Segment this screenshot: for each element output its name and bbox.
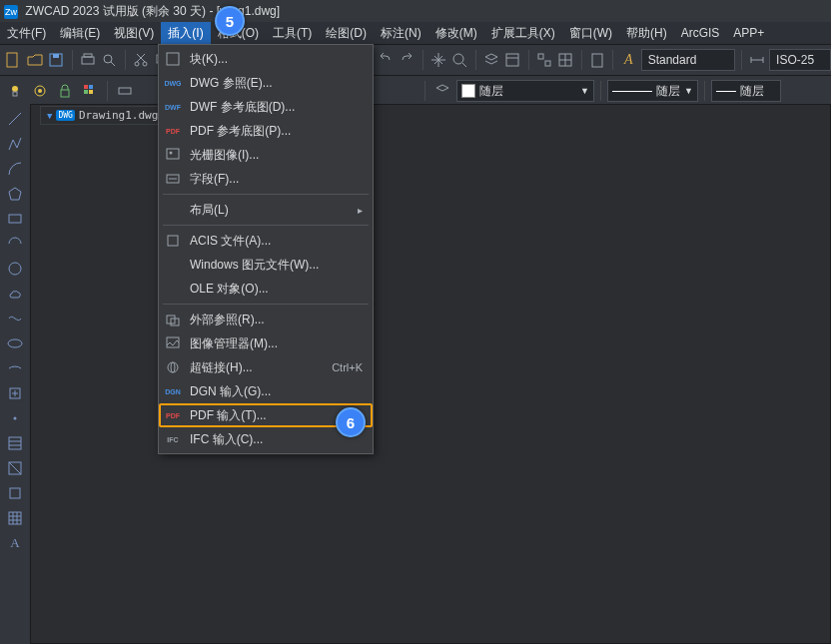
gradient-icon[interactable] bbox=[6, 459, 24, 477]
calculator-icon[interactable] bbox=[588, 49, 607, 71]
layer-color-icon[interactable] bbox=[79, 80, 101, 102]
menu-item-ole[interactable]: OLE 对象(O)... bbox=[159, 277, 373, 301]
svg-point-68 bbox=[171, 362, 175, 372]
region-icon[interactable] bbox=[6, 484, 24, 502]
linetype-label: 随层 bbox=[656, 83, 680, 100]
menu-window[interactable]: 窗口(W) bbox=[562, 22, 619, 44]
menu-item-label: DGN 输入(G)... bbox=[190, 383, 363, 400]
menu-item-block[interactable]: 块(K)... bbox=[159, 47, 373, 71]
linetype-dropdown[interactable]: 随层 ▼ bbox=[607, 80, 698, 102]
menu-item-imgmgr[interactable]: 图像管理器(M)... bbox=[159, 331, 373, 355]
workspace[interactable] bbox=[30, 104, 831, 644]
menu-extend[interactable]: 扩展工具(X) bbox=[484, 22, 562, 44]
layer-freeze-icon[interactable] bbox=[29, 80, 51, 102]
annotative-icon[interactable]: A bbox=[619, 49, 638, 71]
menu-tools[interactable]: 工具(T) bbox=[266, 22, 319, 44]
menu-item-acis[interactable]: ACIS 文件(A)... bbox=[159, 229, 373, 253]
properties-icon[interactable] bbox=[503, 49, 522, 71]
svg-rect-33 bbox=[84, 85, 88, 89]
menu-dimension[interactable]: 标注(N) bbox=[374, 22, 428, 44]
block-insert-icon[interactable] bbox=[6, 384, 24, 402]
line-icon[interactable] bbox=[6, 110, 24, 128]
text-icon[interactable]: A bbox=[6, 534, 24, 552]
menu-item-wmf[interactable]: Windows 图元文件(W)... bbox=[159, 253, 373, 277]
lineweight-sample-icon bbox=[716, 91, 736, 92]
menu-item-dgn[interactable]: DGN DGN 输入(G)... bbox=[159, 379, 373, 403]
print-icon[interactable] bbox=[79, 49, 98, 71]
svg-rect-59 bbox=[167, 149, 179, 159]
block-editor-icon[interactable] bbox=[535, 49, 554, 71]
text-style-dropdown[interactable]: Standard bbox=[641, 49, 735, 71]
redo-icon[interactable] bbox=[398, 49, 416, 71]
layer-manager-icon[interactable] bbox=[482, 49, 501, 71]
menu-appplus[interactable]: APP+ bbox=[726, 22, 771, 44]
svg-marker-39 bbox=[9, 188, 21, 200]
pan-icon[interactable] bbox=[429, 49, 448, 71]
svg-point-41 bbox=[9, 263, 21, 275]
polygon-icon[interactable] bbox=[6, 185, 24, 203]
rectangle-icon[interactable] bbox=[6, 210, 24, 228]
print-preview-icon[interactable] bbox=[100, 49, 119, 71]
menu-item-hyperlink[interactable]: 超链接(H)... Ctrl+K bbox=[159, 355, 373, 379]
point-icon[interactable] bbox=[6, 409, 24, 427]
layer-lock-icon[interactable] bbox=[54, 80, 76, 102]
ellipse-icon[interactable] bbox=[6, 334, 24, 352]
polyline-icon[interactable] bbox=[6, 135, 24, 153]
color-dropdown[interactable]: 随层 ▼ bbox=[456, 80, 594, 102]
document-tab[interactable]: ▼ DWG Drawing1.dwg bbox=[40, 106, 165, 125]
menu-item-layout[interactable]: 布局(L) bbox=[159, 198, 373, 222]
menu-insert[interactable]: 插入(I) bbox=[161, 22, 210, 44]
svg-point-5 bbox=[104, 55, 112, 63]
table-icon[interactable] bbox=[556, 49, 575, 71]
hatch-icon[interactable] bbox=[6, 434, 24, 452]
ellipse-arc-icon[interactable] bbox=[6, 359, 24, 377]
table-draw-icon[interactable] bbox=[6, 509, 24, 527]
save-icon[interactable] bbox=[47, 49, 66, 71]
title-bar: Zw ZWCAD 2023 试用版 (剩余 30 天) - [wing1.dwg… bbox=[0, 0, 831, 22]
svg-rect-2 bbox=[53, 54, 59, 58]
menu-modify[interactable]: 修改(M) bbox=[428, 22, 484, 44]
menu-arcgis[interactable]: ArcGIS bbox=[674, 22, 727, 44]
menu-item-field[interactable]: 字段(F)... bbox=[159, 167, 373, 191]
undo-icon[interactable] bbox=[377, 49, 396, 71]
line-sample-icon bbox=[612, 91, 652, 92]
document-tab-label: Drawing1.dwg bbox=[79, 109, 158, 122]
pdf-import-icon: PDF bbox=[165, 407, 181, 423]
revcloud-icon[interactable] bbox=[6, 285, 24, 303]
layer-state-icon[interactable] bbox=[431, 80, 453, 102]
menu-draw[interactable]: 绘图(D) bbox=[319, 22, 374, 44]
spline-icon[interactable] bbox=[6, 310, 24, 327]
menu-item-raster[interactable]: 光栅图像(I)... bbox=[159, 143, 373, 167]
svg-line-16 bbox=[462, 63, 466, 67]
lineweight-dropdown[interactable]: 随层 bbox=[711, 80, 781, 102]
menu-edit[interactable]: 编辑(E) bbox=[53, 22, 107, 44]
ifc-icon: IFC bbox=[165, 431, 181, 447]
layer-on-icon[interactable] bbox=[4, 80, 26, 102]
menu-help[interactable]: 帮助(H) bbox=[619, 22, 674, 44]
menu-item-dwg-ref[interactable]: DWG DWG 参照(E)... bbox=[159, 71, 373, 95]
svg-rect-58 bbox=[167, 53, 179, 65]
cut-icon[interactable] bbox=[132, 49, 151, 71]
dgn-icon: DGN bbox=[165, 383, 181, 399]
circle-icon[interactable] bbox=[6, 260, 24, 278]
menu-file[interactable]: 文件(F) bbox=[0, 22, 53, 44]
open-file-icon[interactable] bbox=[26, 49, 45, 71]
zoom-icon[interactable] bbox=[450, 49, 469, 71]
color-label: 随层 bbox=[479, 83, 503, 100]
menu-item-label: 超链接(H)... bbox=[190, 359, 323, 376]
menu-view[interactable]: 视图(V) bbox=[107, 22, 161, 44]
menu-item-label: 字段(F)... bbox=[190, 171, 363, 188]
svg-line-51 bbox=[9, 462, 21, 474]
svg-rect-24 bbox=[592, 54, 602, 67]
menu-item-xref[interactable]: 外部参照(R)... bbox=[159, 308, 373, 331]
menu-item-dwf-ref[interactable]: DWF DWF 参考底图(D)... bbox=[159, 95, 373, 119]
arc-icon[interactable] bbox=[6, 160, 24, 178]
lineweight-label: 随层 bbox=[740, 83, 764, 100]
arc3p-icon[interactable] bbox=[6, 235, 24, 253]
menu-item-pdf-ref[interactable]: PDF PDF 参考底图(P)... bbox=[159, 119, 373, 143]
dim-style-dropdown[interactable]: ISO-25 bbox=[769, 49, 831, 71]
svg-line-6 bbox=[111, 62, 115, 66]
layer-props-icon[interactable] bbox=[114, 80, 136, 102]
dim-style-icon[interactable] bbox=[747, 49, 766, 71]
new-file-icon[interactable] bbox=[4, 49, 23, 71]
